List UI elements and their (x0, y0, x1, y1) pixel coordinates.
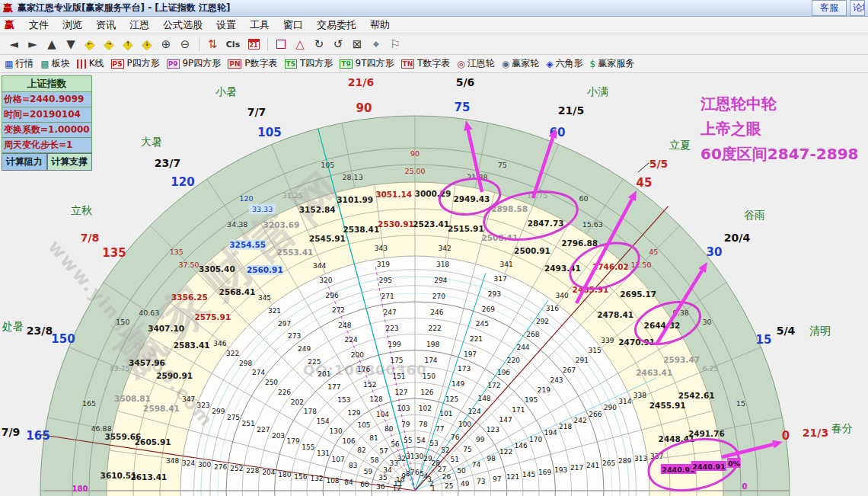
svg-text:34: 34 (383, 466, 392, 474)
service-button[interactable]: 客服 (812, 0, 847, 16)
flag-icon[interactable]: ⚐ (386, 36, 404, 53)
triangle-tool-icon[interactable]: △ (291, 36, 309, 53)
svg-text:154: 154 (317, 418, 330, 425)
menu-item-9[interactable]: 帮助 (363, 18, 397, 32)
svg-text:0: 0 (782, 429, 790, 443)
nav-left-icon[interactable]: ◄ (5, 36, 23, 53)
menu-item-5[interactable]: 设置 (209, 18, 243, 32)
ribbon-item-hexagon[interactable]: ◈六角形 (546, 57, 582, 70)
svg-text:5/6: 5/6 (456, 76, 475, 88)
ribbon-item-quotes[interactable]: ▦行情 (5, 57, 34, 70)
gann-wheel: 赢家财富网www.yingjia360.comQQ:1008003606.259… (0, 73, 868, 496)
pan-right-icon[interactable]: ◆→ (100, 36, 118, 53)
calc-resistance-button[interactable]: 计算阻力 (2, 153, 47, 171)
svg-text:172: 172 (487, 382, 500, 389)
nav-up-icon[interactable]: ▲ (43, 36, 61, 53)
svg-text:203: 203 (272, 432, 285, 440)
square-tool-icon[interactable] (272, 36, 290, 53)
svg-text:50: 50 (457, 467, 466, 475)
svg-text:97: 97 (493, 475, 501, 483)
svg-text:292: 292 (536, 318, 549, 325)
svg-text:2538.41: 2538.41 (343, 225, 379, 234)
svg-text:122: 122 (499, 448, 512, 456)
svg-text:26: 26 (442, 473, 452, 481)
svg-text:3457.96: 3457.96 (129, 358, 165, 367)
svg-text:25.00: 25.00 (404, 167, 425, 175)
svg-text:3051.14: 3051.14 (375, 190, 412, 199)
svg-text:317: 317 (494, 275, 507, 283)
svg-text:0%: 0% (728, 459, 741, 468)
menu-item-0[interactable]: 文件 (22, 18, 56, 32)
svg-text:7/8: 7/8 (81, 232, 100, 244)
svg-text:248: 248 (338, 322, 351, 329)
nav-down-icon[interactable]: ▼ (62, 36, 80, 53)
svg-text:33.33: 33.33 (252, 205, 273, 213)
service-icon: $ (590, 59, 596, 69)
menu-item-8[interactable]: 交易委托 (310, 18, 363, 32)
svg-text:103: 103 (397, 405, 410, 412)
ribbon-item-p-square[interactable]: PS P四方形 (111, 57, 160, 70)
ribbon-item-gann-wheel[interactable]: ◎江恩轮 (457, 57, 494, 70)
rotate-ccw-icon[interactable]: ↺ (329, 36, 347, 53)
pan-up-icon[interactable]: ◆↑ (119, 36, 137, 53)
ribbon-item-winner-wheel[interactable]: ◉赢家轮 (502, 57, 539, 70)
menu-item-6[interactable]: 工具 (243, 18, 276, 32)
svg-text:246: 246 (430, 309, 443, 316)
hexagon-icon: ◈ (546, 59, 553, 69)
svg-text:315: 315 (589, 347, 602, 354)
p-square-icon: PS (111, 59, 124, 69)
svg-text:275: 275 (227, 414, 240, 421)
svg-text:293: 293 (488, 290, 501, 298)
calc-support-button[interactable]: 计算支撑 (47, 153, 93, 171)
winner-wheel-icon: ◉ (502, 59, 509, 69)
svg-text:43.75: 43.75 (109, 364, 129, 373)
ribbon-item-kline[interactable]: K线 (77, 57, 104, 70)
svg-text:5: 5 (420, 470, 424, 478)
svg-text:197: 197 (464, 350, 477, 358)
svg-text:199: 199 (388, 341, 401, 348)
svg-text:35: 35 (378, 474, 387, 482)
ribbon-item-t-square[interactable]: TS T四方形 (285, 57, 333, 70)
svg-text:54: 54 (416, 437, 426, 444)
cls-icon[interactable]: Cls (222, 36, 244, 53)
ribbon-item-p-table[interactable]: PN P数字表 (228, 57, 277, 70)
svg-text:2796.88: 2796.88 (561, 238, 598, 248)
svg-text:21/6: 21/6 (348, 76, 374, 88)
svg-text:大暑: 大暑 (141, 136, 162, 148)
box-x-icon[interactable]: ⊠ (348, 36, 366, 53)
ribbon-item-9t-square[interactable]: T9 9T四方形 (340, 57, 394, 70)
pan-down-icon[interactable]: ◆↓ (138, 36, 156, 53)
menu-item-1[interactable]: 浏览 (56, 18, 89, 32)
ribbon-item-sectors[interactable]: ▩板块 (40, 57, 69, 70)
ribbon-item-t-table[interactable]: TN T数字表 (401, 57, 451, 70)
svg-text:57: 57 (379, 447, 388, 455)
svg-text:346: 346 (213, 340, 226, 347)
svg-text:180: 180 (72, 485, 88, 493)
svg-text:12: 12 (392, 485, 400, 492)
svg-text:173: 173 (458, 365, 471, 373)
menu-item-4[interactable]: 公式选股 (156, 18, 209, 32)
svg-text:75: 75 (455, 101, 471, 114)
updown-icon[interactable]: ⇅ (203, 36, 222, 53)
rotate-cw-icon[interactable]: ↻ (310, 36, 328, 53)
svg-text:123: 123 (487, 426, 499, 434)
calendar-icon[interactable]: 21 (244, 36, 263, 53)
menu-item-7[interactable]: 窗口 (276, 18, 310, 32)
center-icon[interactable]: ⌖ (367, 36, 385, 53)
ribbon-item-9p-square[interactable]: P9 9P四方形 (167, 57, 222, 70)
price-row: 价格=2440.9099 (2, 92, 92, 107)
ribbon-item-service[interactable]: $赢家服务 (590, 57, 635, 70)
pan-left-icon[interactable]: ◆← (81, 36, 99, 53)
partial-button[interactable]: 论坛 (850, 0, 865, 16)
nav-right-icon[interactable]: ► (24, 36, 42, 53)
svg-text:60: 60 (579, 194, 588, 203)
svg-text:150: 150 (116, 318, 129, 326)
zoom-in-icon[interactable]: ⊕ (157, 36, 175, 53)
svg-text:338: 338 (633, 392, 646, 399)
menu-item-3[interactable]: 江恩 (123, 18, 156, 32)
svg-text:252: 252 (230, 465, 243, 472)
menu-item-2[interactable]: 资讯 (89, 18, 123, 32)
step-row: 周天变化步长=1 (2, 138, 92, 153)
svg-text:25: 25 (445, 482, 453, 490)
zoom-out-icon[interactable]: ⊖ (176, 36, 194, 53)
